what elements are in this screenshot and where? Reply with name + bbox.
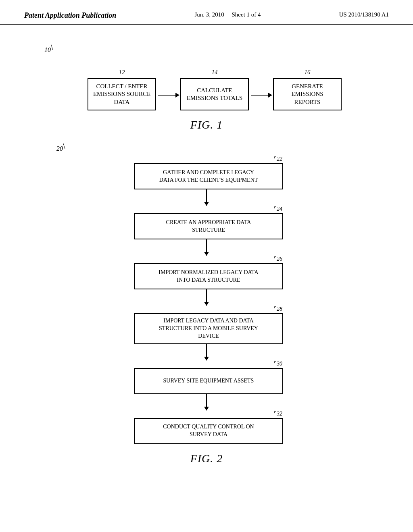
fig2-main-label: 20\ [24,145,65,152]
fig2-box-24: CREATE AN APPROPRIATE DATASTRUCTURE [134,213,283,239]
fig2-arrow-2 [206,239,207,256]
fig2-flowchart: ⌜22 GATHER AND COMPLETE LEGACYDATA FOR T… [24,156,389,444]
fig2-node-22: ⌜22 GATHER AND COMPLETE LEGACYDATA FOR T… [130,156,283,189]
fig2-box-32: CONDUCT QUALITY CONTROL ONSURVEY DATA [134,418,283,444]
fig2-node-28: ⌜28 IMPORT LEGACY DATA AND DATASTRUCTURE… [130,305,283,344]
fig2-node-24: ⌜24 CREATE AN APPROPRIATE DATASTRUCTURE [130,206,283,239]
header-sheet: Sheet 1 of 4 [232,11,261,18]
fig2-section: 20\ ⌜22 GATHER AND COMPLETE LEGACYDATA F… [24,143,389,444]
fig1-node-14: 14 CALCULATEEMISSIONS TOTALS [180,69,249,110]
fig1-node-14-label: 14 [212,69,218,76]
publication-label: Patent Application Publication [24,11,116,20]
fig2-arrow-3 [206,289,207,305]
fig1-node-12-label: 12 [119,69,125,76]
fig2-node-26: ⌜26 IMPORT NORMALIZED LEGACY DATAINTO DA… [130,256,283,289]
fig1-node-12: 12 COLLECT / ENTEREMISSIONS SOURCEDATA [88,69,156,110]
fig2-node-24-label: ⌜24 [274,206,282,212]
fig2-node-30-label: ⌜30 [274,360,282,367]
header-date-sheet: Jun. 3, 2010 Sheet 1 of 4 [194,11,261,18]
fig1-arrow-1 [156,95,180,96]
header-date: Jun. 3, 2010 [194,11,224,18]
main-content: 10\ 12 COLLECT / ENTEREMISSIONS SOURCEDA… [0,25,413,489]
fig2-node-32-label: ⌜32 [274,410,282,417]
fig2-arrow-1 [206,189,207,206]
fig1-main-label: 10\ [44,45,53,54]
fig2-node-30: ⌜30 SURVEY SITE EQUIPMENT ASSETS [130,360,283,394]
fig2-arrow-5 [206,394,207,410]
page-header: Patent Application Publication Jun. 3, 2… [0,0,413,25]
fig1-section: 10\ 12 COLLECT / ENTEREMISSIONS SOURCEDA… [24,45,389,110]
fig1-flowchart: 12 COLLECT / ENTEREMISSIONS SOURCEDATA 1… [24,69,389,110]
fig2-box-30: SURVEY SITE EQUIPMENT ASSETS [134,368,283,394]
fig2-node-22-label: ⌜22 [274,156,282,162]
fig1-node-16-label: 16 [305,69,311,76]
fig1-box-16: GENERATEEMISSIONSREPORTS [273,78,342,110]
fig2-node-28-label: ⌜28 [274,305,282,312]
fig2-box-28: IMPORT LEGACY DATA AND DATASTRUCTURE INT… [134,313,283,344]
fig2-node-32: ⌜32 CONDUCT QUALITY CONTROL ONSURVEY DAT… [130,410,283,444]
fig1-box-14: CALCULATEEMISSIONS TOTALS [180,78,249,110]
fig2-box-26: IMPORT NORMALIZED LEGACY DATAINTO DATA S… [134,263,283,289]
fig2-node-26-label: ⌜26 [274,256,282,262]
fig1-arrow-2 [249,95,273,96]
fig2-caption: FIG. 2 [24,452,389,465]
fig2-arrow-4 [206,344,207,360]
fig1-caption: FIG. 1 [24,118,389,131]
patent-number: US 2010/138190 A1 [339,11,389,18]
fig2-box-22: GATHER AND COMPLETE LEGACYDATA FOR THE C… [134,163,283,189]
fig1-box-12: COLLECT / ENTEREMISSIONS SOURCEDATA [88,78,156,110]
fig1-node-16: 16 GENERATEEMISSIONSREPORTS [273,69,342,110]
